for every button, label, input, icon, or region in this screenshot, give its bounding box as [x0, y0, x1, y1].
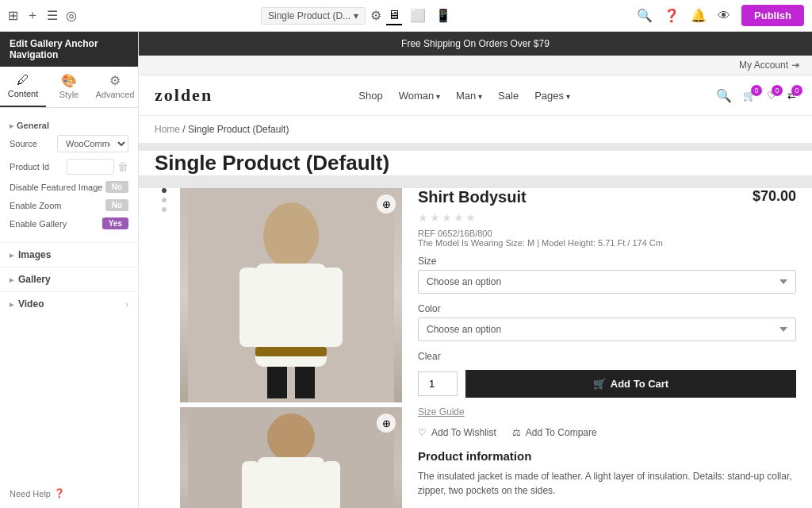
- admin-bar: ⊞ ＋ ☰ ◎ Single Product (D... ▾ ⚙ 🖥 ⬜ 📱 🔍…: [0, 0, 812, 32]
- navigator-button[interactable]: ☰: [47, 8, 58, 23]
- settings-button[interactable]: ⚙: [370, 8, 381, 23]
- mobile-icon[interactable]: 📱: [434, 6, 453, 25]
- elementor-logo-button[interactable]: ⊞: [8, 8, 18, 23]
- search-icon-button[interactable]: 🔍: [637, 8, 653, 23]
- admin-bar-center: Single Product (D... ▾ ⚙ 🖥 ⬜ 📱: [77, 6, 637, 25]
- publish-button[interactable]: Publish: [741, 5, 804, 26]
- admin-bar-left: ⊞ ＋ ☰ ◎: [8, 7, 77, 24]
- desktop-icon[interactable]: 🖥: [386, 6, 402, 25]
- page-title-text: Single Product (D...: [268, 10, 350, 21]
- page-title-dropdown[interactable]: Single Product (D... ▾: [261, 7, 366, 25]
- responsive-button[interactable]: ◎: [66, 8, 77, 23]
- tablet-icon[interactable]: ⬜: [408, 6, 427, 25]
- device-switcher: 🖥 ⬜ 📱: [386, 6, 453, 25]
- help-button[interactable]: ❓: [664, 8, 680, 23]
- notifications-button[interactable]: 🔔: [691, 8, 707, 23]
- add-element-button[interactable]: ＋: [26, 7, 39, 24]
- admin-bar-right: 🔍 ❓ 🔔 👁 Publish: [637, 5, 804, 26]
- preview-button[interactable]: 👁: [718, 9, 730, 23]
- chevron-down-icon: ▾: [354, 10, 358, 21]
